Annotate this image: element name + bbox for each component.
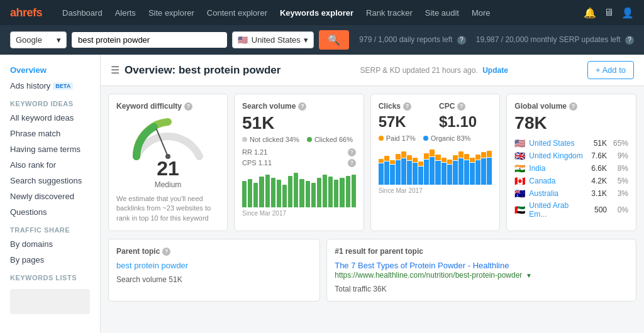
country-flag-us: 🇺🇸	[238, 35, 248, 45]
country-row: 🇦🇺 Australia 3.1K 3%	[514, 188, 628, 199]
sidebar-item-all-keywords[interactable]: All keyword ideas	[0, 110, 100, 126]
cps-info-icon[interactable]: ?	[348, 159, 356, 167]
country-name[interactable]: India	[529, 164, 583, 173]
sv-info-icon[interactable]: ?	[298, 102, 306, 111]
sidebar-item-by-domains[interactable]: By domains	[0, 236, 100, 252]
nav-rank-tracker[interactable]: Rank tracker	[361, 6, 418, 20]
gv-info-icon[interactable]: ?	[569, 102, 577, 111]
monthly-reports-info-icon[interactable]: ?	[625, 36, 634, 45]
country-flag: 🇦🇪	[514, 205, 525, 215]
organic-dot	[423, 136, 428, 141]
search-bar: Google ▾ 🇺🇸 United States ▾ 🔍 979 / 1,00…	[0, 25, 644, 55]
monthly-reports: 19,987 / 20,000 monthly SERP updates lef…	[476, 35, 634, 45]
sidebar-item-phrase-match[interactable]: Phrase match	[0, 126, 100, 141]
sidebar-section-keywords-lists: KEYWORDS LISTS	[0, 268, 100, 284]
daily-reports-info-icon[interactable]: ?	[457, 36, 466, 45]
kd-info-icon[interactable]: ?	[184, 102, 192, 111]
paid-dot	[379, 136, 384, 141]
rr-cps-wrap: RR 1.21 ? CPS 1.11 ?	[242, 148, 356, 167]
country-row: 🇬🇧 United Kingdom 7.6K 9%	[514, 151, 628, 161]
monitor-icon[interactable]: 🖥	[604, 7, 614, 18]
country-name[interactable]: Canada	[529, 177, 583, 185]
country-pct: 8%	[611, 164, 628, 173]
sidebar-item-having-same-terms[interactable]: Having same terms	[0, 141, 100, 157]
keyword-difficulty-card: Keyword difficulty ?	[108, 94, 228, 231]
sidebar-item-newly-discovered[interactable]: Newly discovered	[0, 188, 100, 204]
sidebar-item-also-rank-for[interactable]: Also rank for	[0, 157, 100, 173]
sidebar-item-search-suggestions[interactable]: Search suggestions	[0, 173, 100, 188]
country-name[interactable]: United Kingdom	[529, 151, 583, 160]
sidebar-item-questions[interactable]: Questions	[0, 204, 100, 220]
keyword-input-wrap	[72, 32, 227, 48]
parent-topic-link[interactable]: best protein powder	[116, 261, 188, 270]
sidebar-item-overview[interactable]: Overview	[0, 62, 100, 78]
reports-info: 979 / 1,000 daily reports left ? 19,987 …	[359, 35, 634, 45]
sv-chart-since: Since Mar 2017	[242, 210, 356, 217]
daily-reports: 979 / 1,000 daily reports left ?	[359, 35, 465, 45]
rr-item: RR 1.21 ?	[242, 148, 356, 156]
sidebar-keywords-lists-placeholder	[10, 289, 90, 314]
bell-icon[interactable]: 🔔	[584, 7, 596, 19]
nav-icon-group: 🔔 🖥 👤	[584, 7, 634, 19]
kd-number: 21	[116, 157, 219, 180]
search-button[interactable]: 🔍	[319, 30, 349, 50]
clicks-card-title: Clicks ?	[379, 102, 431, 111]
clicks-cpc-wrap: Clicks ? 57K CPC ? $1.10	[379, 102, 492, 132]
nav-dashboard[interactable]: Dashboard	[57, 6, 108, 20]
nav-links: Dashboard Alerts Site explorer Content e…	[57, 6, 584, 20]
kd-card-title: Keyword difficulty ?	[116, 102, 219, 111]
top-result-card: #1 result for parent topic The 7 Best Ty…	[326, 239, 636, 302]
country-select[interactable]: 🇺🇸 United States ▾	[232, 31, 314, 48]
kd-desc: We estimate that you'll need backlinks f…	[116, 194, 219, 223]
nav-keywords-explorer[interactable]: Keywords explorer	[275, 6, 358, 20]
gv-card-title: Global volume ?	[514, 102, 628, 111]
clicks-mini-chart	[379, 147, 492, 185]
country-name[interactable]: United Arab Em...	[529, 201, 583, 219]
nav-site-audit[interactable]: Site audit	[420, 6, 464, 20]
result-url-link[interactable]: https://www.healthline.com/nutrition/bes…	[335, 271, 522, 280]
result-url-dropdown-icon[interactable]: ▼	[526, 272, 532, 279]
sidebar-item-by-pages[interactable]: By pages	[0, 252, 100, 268]
engine-chevron-icon: ▾	[57, 35, 61, 45]
hamburger-icon[interactable]: ☰	[111, 64, 119, 76]
result-traffic-stat: Total traffic 36K	[335, 285, 628, 293]
overview-title: Overview: best protein powder	[125, 64, 280, 77]
result-header: #1 result for parent topic	[335, 247, 628, 256]
country-name[interactable]: United States	[529, 139, 583, 148]
result-title-link[interactable]: The 7 Best Types of Protein Powder - Hea…	[335, 261, 509, 270]
country-row: 🇮🇳 India 6.6K 8%	[514, 163, 628, 173]
clicks-info-icon[interactable]: ?	[403, 102, 411, 111]
sv-clicked: Clicked 66%	[307, 136, 353, 143]
nav-more[interactable]: More	[467, 6, 496, 20]
clicks-cpc-card: Clicks ? 57K CPC ? $1.10	[370, 94, 501, 231]
rr-info-icon[interactable]: ?	[348, 148, 356, 156]
keyword-input[interactable]	[78, 35, 221, 45]
nav-alerts[interactable]: Alerts	[110, 6, 141, 20]
user-icon[interactable]: 👤	[621, 7, 634, 19]
country-row: 🇦🇪 United Arab Em... 500 0%	[514, 201, 628, 219]
nav-content-explorer[interactable]: Content explorer	[202, 6, 272, 20]
country-pct: 5%	[611, 177, 628, 185]
update-link[interactable]: Update	[482, 66, 508, 75]
cpc-info-icon[interactable]: ?	[457, 102, 465, 111]
engine-label: Google	[16, 35, 42, 45]
sv-card-title: Search volume ?	[242, 102, 356, 111]
engine-select[interactable]: Google ▾	[10, 31, 67, 48]
cps-item: CPS 1.11 ?	[242, 159, 356, 167]
country-pct: 0%	[611, 205, 628, 214]
country-pct: 9%	[611, 151, 628, 160]
country-volume: 500	[587, 205, 607, 214]
country-flag: 🇺🇸	[514, 138, 525, 148]
add-to-button[interactable]: + Add to	[587, 61, 634, 79]
kd-gauge-svg	[130, 116, 206, 160]
sidebar-item-ads-history[interactable]: Ads history BETA	[0, 78, 100, 94]
country-name[interactable]: Australia	[529, 189, 583, 198]
pt-info-icon[interactable]: ?	[162, 248, 170, 256]
country-flag: 🇬🇧	[514, 151, 525, 161]
clicked-dot	[307, 137, 312, 142]
country-volume: 51K	[587, 139, 607, 148]
parent-topic-stat: Search volume 51K	[116, 275, 312, 284]
nav-site-explorer[interactable]: Site explorer	[143, 6, 199, 20]
main-layout: Overview Ads history BETA KEYWORD IDEAS …	[0, 55, 644, 333]
country-label: United States	[252, 35, 301, 45]
